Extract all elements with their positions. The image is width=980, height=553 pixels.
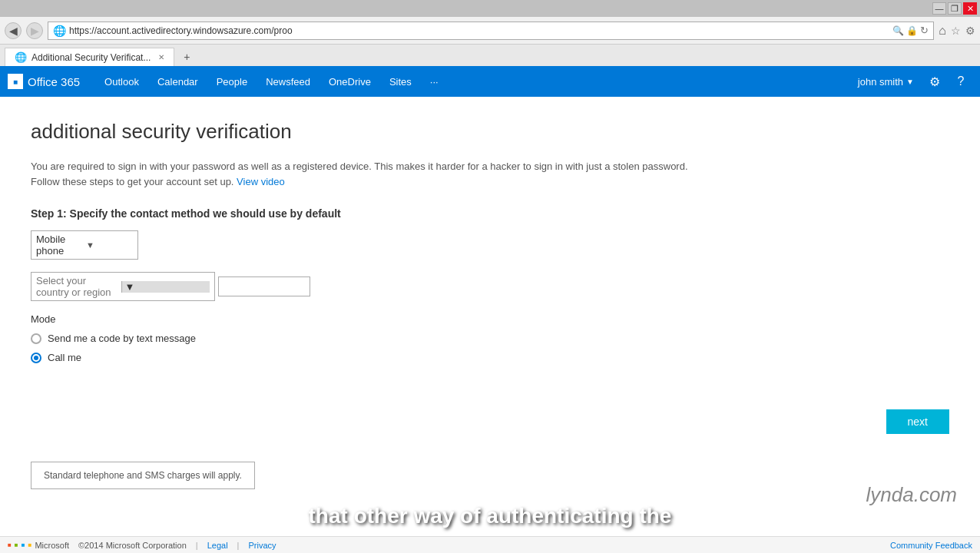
close-button[interactable]: ✕ bbox=[963, 2, 977, 15]
maximize-button[interactable]: ❐ bbox=[948, 2, 962, 15]
refresh-icon[interactable]: ↻ bbox=[920, 25, 929, 36]
back-button[interactable]: ◀ bbox=[5, 22, 22, 39]
contact-method-value: Mobile phone bbox=[36, 233, 83, 257]
legal-link[interactable]: Legal bbox=[207, 541, 228, 550]
title-bar: — ❐ ✕ bbox=[0, 0, 980, 17]
user-name: john smith bbox=[858, 76, 903, 88]
warning-box: Standard telephone and SMS charges will … bbox=[31, 462, 255, 489]
office-logo: ■ Office 365 bbox=[8, 74, 80, 89]
step1-title: Step 1: Specify the contact method we sh… bbox=[31, 207, 814, 220]
privacy-link[interactable]: Privacy bbox=[248, 541, 276, 550]
contact-dropdown-arrow: ▼ bbox=[86, 240, 133, 250]
radio-call-label: Call me bbox=[48, 352, 81, 363]
description-text: You are required to sign in with your pa… bbox=[31, 159, 699, 189]
nav-links: Outlook Calendar People Newsfeed OneDriv… bbox=[95, 66, 852, 97]
nav-newsfeed[interactable]: Newsfeed bbox=[257, 66, 319, 97]
star-icon[interactable]: ☆ bbox=[951, 25, 961, 37]
user-chevron-icon: ▼ bbox=[906, 78, 914, 86]
copyright-text: ©2014 Microsoft Corporation bbox=[78, 541, 187, 550]
address-icons: 🔍 🔒 ↻ bbox=[892, 25, 929, 36]
page-title: additional security verification bbox=[31, 120, 814, 144]
browser-chrome: ◀ ▶ 🌐 https://account.activedirectory.wi… bbox=[0, 17, 980, 45]
nav-people[interactable]: People bbox=[207, 66, 257, 97]
lynda-logo: lynda.com bbox=[866, 482, 958, 507]
lynda-text: lynda.com bbox=[866, 483, 958, 506]
radio-sms-button[interactable] bbox=[31, 333, 41, 344]
country-placeholder: Select your country or region bbox=[36, 275, 118, 298]
next-button[interactable]: next bbox=[886, 409, 949, 434]
phone-number-input[interactable] bbox=[218, 276, 310, 296]
radio-call-button[interactable] bbox=[31, 353, 41, 363]
office-nav: ■ Office 365 Outlook Calendar People New… bbox=[0, 66, 980, 97]
description-body: You are required to sign in with your pa… bbox=[31, 161, 688, 187]
tab-close-icon[interactable]: ✕ bbox=[158, 53, 164, 61]
main-content: additional security verification You are… bbox=[0, 97, 845, 394]
nav-calendar[interactable]: Calendar bbox=[148, 66, 207, 97]
nav-user[interactable]: john smith ▼ bbox=[852, 76, 920, 88]
warning-text: Standard telephone and SMS charges will … bbox=[44, 470, 242, 481]
minimize-button[interactable]: — bbox=[932, 2, 946, 15]
country-dropdown-arrow: ▼ bbox=[121, 281, 210, 293]
subtitle-text: that other way of authenticating the bbox=[309, 504, 672, 528]
mode-label: Mode bbox=[31, 313, 814, 325]
help-nav-icon[interactable]: ? bbox=[949, 66, 972, 97]
search-icon[interactable]: 🔍 bbox=[892, 25, 904, 36]
office-logo-text: Office 365 bbox=[28, 75, 80, 88]
subtitle-overlay: that other way of authenticating the bbox=[0, 504, 980, 528]
microsoft-logo: ■■■■ Microsoft bbox=[8, 541, 69, 550]
next-btn-row: next bbox=[0, 409, 980, 434]
contact-method-dropdown[interactable]: Mobile phone ▼ bbox=[31, 230, 138, 260]
office-logo-icon: ■ bbox=[8, 74, 23, 89]
nav-onedrive[interactable]: OneDrive bbox=[319, 66, 380, 97]
footer: ■■■■ Microsoft ©2014 Microsoft Corporati… bbox=[0, 536, 980, 553]
nav-sites[interactable]: Sites bbox=[380, 66, 421, 97]
footer-right: Community Feedback bbox=[890, 541, 972, 550]
settings-icon[interactable]: ⚙ bbox=[965, 25, 975, 37]
radio-call-option[interactable]: Call me bbox=[31, 352, 814, 363]
tab-bar: 🌐 Additional Security Verificat... ✕ + bbox=[0, 45, 980, 66]
nav-right: john smith ▼ ⚙ ? bbox=[852, 66, 972, 97]
address-text: https://account.activedirectory.windowsa… bbox=[69, 25, 889, 36]
settings-nav-icon[interactable]: ⚙ bbox=[923, 66, 946, 97]
forward-button[interactable]: ▶ bbox=[26, 22, 43, 39]
nav-more[interactable]: ··· bbox=[421, 66, 448, 97]
home-icon[interactable]: ⌂ bbox=[939, 24, 946, 38]
view-video-link[interactable]: View video bbox=[237, 176, 285, 187]
warning-section: Standard telephone and SMS charges will … bbox=[0, 446, 980, 489]
address-bar[interactable]: 🌐 https://account.activedirectory.window… bbox=[48, 22, 934, 40]
lock-icon: 🔒 bbox=[906, 25, 918, 36]
active-tab[interactable]: 🌐 Additional Security Verificat... ✕ bbox=[5, 48, 174, 66]
contact-method-row: Mobile phone ▼ bbox=[31, 230, 814, 260]
country-select[interactable]: Select your country or region ▼ bbox=[31, 272, 215, 301]
tab-label: Additional Security Verificat... bbox=[31, 52, 151, 63]
nav-outlook[interactable]: Outlook bbox=[95, 66, 148, 97]
new-tab-button[interactable]: + bbox=[177, 48, 196, 66]
phone-row: Select your country or region ▼ bbox=[31, 272, 814, 301]
radio-sms-option[interactable]: Send me a code by text message bbox=[31, 333, 814, 344]
community-feedback-link[interactable]: Community Feedback bbox=[890, 541, 972, 550]
tab-icon: 🌐 bbox=[15, 51, 27, 63]
radio-sms-label: Send me a code by text message bbox=[48, 333, 196, 344]
